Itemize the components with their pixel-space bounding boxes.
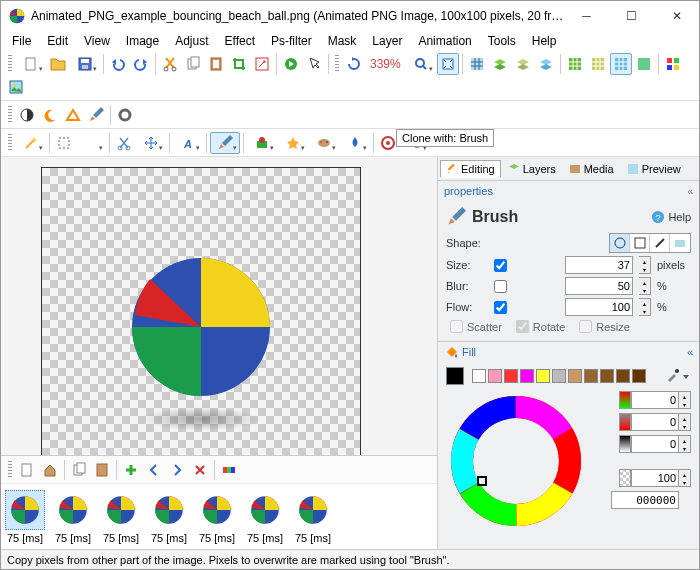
h-input[interactable] xyxy=(631,391,679,409)
frame-thumb[interactable]: 75 [ms] xyxy=(293,490,333,544)
frame-thumb[interactable]: 75 [ms] xyxy=(245,490,285,544)
menu-tools[interactable]: Tools xyxy=(481,32,523,50)
a-grad[interactable] xyxy=(619,469,631,487)
grip-icon[interactable] xyxy=(8,134,12,152)
fill-header[interactable]: Fill « xyxy=(438,341,699,361)
s-spin[interactable]: ▴▾ xyxy=(679,413,691,431)
wand-tool[interactable] xyxy=(16,132,46,154)
swatch[interactable] xyxy=(520,369,534,383)
swatch[interactable] xyxy=(504,369,518,383)
h-grad[interactable] xyxy=(619,391,631,409)
minimize-button[interactable]: ─ xyxy=(564,1,609,31)
open-button[interactable] xyxy=(47,53,69,75)
grip-icon[interactable] xyxy=(8,106,12,124)
tab-media[interactable]: Media xyxy=(563,160,620,178)
tab-layers[interactable]: Layers xyxy=(502,160,562,178)
swatch-menu-icon[interactable] xyxy=(681,369,691,383)
zoom-value[interactable]: 339% xyxy=(366,57,405,71)
palette-icon[interactable] xyxy=(662,53,684,75)
frame-right-icon[interactable] xyxy=(166,459,188,481)
image-icon[interactable] xyxy=(5,76,27,98)
brush2-icon[interactable] xyxy=(85,104,107,126)
undo-button[interactable] xyxy=(107,53,129,75)
swatch[interactable] xyxy=(472,369,486,383)
frame-new-icon[interactable] xyxy=(16,459,38,481)
pointer-button[interactable] xyxy=(303,53,325,75)
brush-tool[interactable] xyxy=(210,132,240,154)
cut-button[interactable] xyxy=(159,53,181,75)
tab-editing[interactable]: Editing xyxy=(440,160,501,178)
grid-button[interactable] xyxy=(466,53,488,75)
new-button[interactable] xyxy=(16,53,46,75)
swatch[interactable] xyxy=(600,369,614,383)
blur-input[interactable] xyxy=(565,277,633,295)
grid3-icon[interactable] xyxy=(610,53,632,75)
flow-spinner[interactable]: ▴▾ xyxy=(639,298,651,316)
grip-icon[interactable] xyxy=(8,461,12,479)
grip-icon[interactable] xyxy=(335,55,339,73)
a-spin[interactable]: ▴▾ xyxy=(679,469,691,487)
canvas[interactable] xyxy=(41,167,361,455)
frame-thumb[interactable]: 75 [ms] xyxy=(5,490,45,544)
frame-fx-icon[interactable] xyxy=(218,459,240,481)
s-grad[interactable] xyxy=(619,413,631,431)
properties-header[interactable]: properties« xyxy=(438,181,699,201)
resize-button[interactable] xyxy=(251,53,273,75)
menu-psfilter[interactable]: Ps-filter xyxy=(264,32,319,50)
tab-preview[interactable]: Preview xyxy=(621,160,687,178)
frame-del-icon[interactable] xyxy=(189,459,211,481)
menu-view[interactable]: View xyxy=(77,32,117,50)
hex-input[interactable] xyxy=(611,491,679,509)
menu-effect[interactable]: Effect xyxy=(218,32,262,50)
size-input[interactable] xyxy=(565,256,633,274)
moon-icon[interactable] xyxy=(39,104,61,126)
star-tool[interactable] xyxy=(278,132,308,154)
help-link[interactable]: Help xyxy=(651,210,691,224)
grid4-icon[interactable] xyxy=(633,53,655,75)
maximize-button[interactable]: ☐ xyxy=(609,1,654,31)
l-input[interactable] xyxy=(631,435,679,453)
blur-spinner[interactable]: ▴▾ xyxy=(639,277,651,295)
swatch[interactable] xyxy=(488,369,502,383)
swatch[interactable] xyxy=(536,369,550,383)
shape-circle-icon[interactable] xyxy=(610,234,630,252)
l-grad[interactable] xyxy=(619,435,631,453)
shape-selector[interactable] xyxy=(609,233,691,253)
shape-custom-icon[interactable] xyxy=(670,234,690,252)
flow-check[interactable] xyxy=(494,301,507,314)
frame-thumb[interactable]: 75 [ms] xyxy=(101,490,141,544)
menu-file[interactable]: File xyxy=(5,32,38,50)
swatch[interactable] xyxy=(616,369,630,383)
menu-animation[interactable]: Animation xyxy=(411,32,478,50)
menu-image[interactable]: Image xyxy=(119,32,166,50)
menu-mask[interactable]: Mask xyxy=(321,32,364,50)
menu-help[interactable]: Help xyxy=(525,32,564,50)
close-button[interactable]: ✕ xyxy=(654,1,699,31)
frame-left-icon[interactable] xyxy=(143,459,165,481)
redo-button[interactable] xyxy=(130,53,152,75)
grid2-icon[interactable] xyxy=(587,53,609,75)
swatch[interactable] xyxy=(568,369,582,383)
l-spin[interactable]: ▴▾ xyxy=(679,435,691,453)
contrast-icon[interactable] xyxy=(16,104,38,126)
grip-icon[interactable] xyxy=(8,55,12,73)
shape-diag-icon[interactable] xyxy=(650,234,670,252)
paste-button[interactable] xyxy=(205,53,227,75)
shape-tool[interactable] xyxy=(247,132,277,154)
grid1-icon[interactable] xyxy=(564,53,586,75)
frame-home-icon[interactable] xyxy=(39,459,61,481)
a-input[interactable] xyxy=(631,469,679,487)
layer2-button[interactable] xyxy=(512,53,534,75)
triangle-icon[interactable] xyxy=(62,104,84,126)
text-tool[interactable]: A xyxy=(173,132,203,154)
frame-thumb[interactable]: 75 [ms] xyxy=(197,490,237,544)
crop-button[interactable] xyxy=(228,53,250,75)
scissors-tool[interactable] xyxy=(113,132,135,154)
zoom-dropdown[interactable] xyxy=(406,53,436,75)
test-button[interactable] xyxy=(280,53,302,75)
move-tool[interactable] xyxy=(136,132,166,154)
size-spinner[interactable]: ▴▾ xyxy=(639,256,651,274)
gear-icon[interactable] xyxy=(114,104,136,126)
drop-tool[interactable] xyxy=(340,132,370,154)
resize-check[interactable]: Resize xyxy=(579,320,630,333)
